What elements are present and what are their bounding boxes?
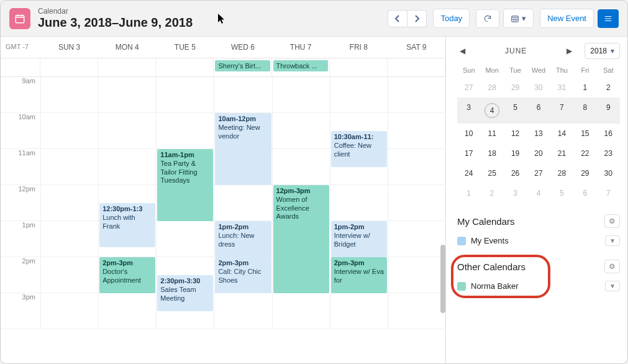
mini-day[interactable]: 7 (550, 98, 573, 124)
view-select-button[interactable]: ▾ (503, 9, 534, 28)
mini-day[interactable]: 12 (504, 124, 527, 143)
allday-event[interactable]: Sherry's Birt... (215, 60, 270, 71)
mini-dow-label: Sun (457, 63, 480, 78)
calendar-event[interactable]: 1pm-2pmInterview w/ Bridget (331, 221, 387, 257)
calendar-event[interactable]: 12pm-3pmWomen of Excellence Awards (273, 185, 329, 293)
mini-day[interactable]: 11 (480, 124, 503, 143)
mini-day[interactable]: 7 (597, 183, 620, 203)
prev-week-button[interactable] (388, 10, 407, 27)
day-header[interactable]: TUE 5 (156, 37, 214, 58)
mini-day[interactable]: 2 (480, 183, 503, 203)
app-label: Calendar (38, 7, 193, 16)
mini-day[interactable]: 16 (597, 124, 620, 143)
day-header[interactable]: THU 7 (272, 37, 330, 58)
panel-toggle-button[interactable] (598, 9, 619, 28)
mini-day[interactable]: 3 (457, 98, 480, 124)
calendar-event[interactable]: 2pm-3pmInterview w/ Eva for (331, 257, 387, 293)
day-header[interactable]: WED 6 (214, 37, 271, 58)
mini-day[interactable]: 20 (527, 143, 550, 163)
mini-day[interactable]: 25 (480, 163, 503, 183)
mini-dow-label: Fri (573, 63, 596, 78)
mini-day[interactable]: 1 (457, 183, 480, 203)
day-column[interactable] (388, 77, 445, 329)
day-column[interactable] (40, 77, 98, 329)
next-week-button[interactable] (407, 10, 427, 27)
calendar-app-icon (9, 8, 30, 29)
calendar-event[interactable]: 2:30pm-3:30Sales Team Meeting (157, 275, 213, 311)
mini-day[interactable]: 4 (527, 183, 550, 203)
color-swatch (457, 237, 466, 245)
hour-label: 2pm (1, 257, 40, 293)
calendar-event[interactable]: 2pm-3pmDoctor's Appointment (99, 257, 155, 293)
mini-day[interactable]: 10 (457, 124, 480, 143)
mini-day[interactable]: 5 (550, 183, 573, 203)
next-month-button[interactable]: ▶ (564, 44, 575, 58)
day-column[interactable]: 12:30pm-1:3Lunch with Frank2pm-3pmDoctor… (98, 77, 156, 329)
day-column[interactable]: 12pm-3pmWomen of Excellence Awards (272, 77, 330, 329)
mini-day[interactable]: 14 (550, 124, 573, 143)
mini-day[interactable]: 13 (527, 124, 550, 143)
day-column[interactable]: 11am-1pmTea Party & Tailor Fitting Tuesd… (156, 77, 214, 329)
hour-label: 10am (1, 113, 40, 149)
mini-day[interactable]: 19 (504, 143, 527, 163)
calendar-item-menu[interactable]: ▼ (605, 235, 620, 246)
mini-day[interactable]: 4 (480, 98, 503, 124)
mini-day[interactable]: 8 (573, 98, 596, 124)
calendar-event[interactable]: 10:30am-11:Coffee: New client (331, 131, 387, 167)
day-header[interactable]: SAT 9 (388, 37, 445, 58)
calendar-event[interactable]: 12:30pm-1:3Lunch with Frank (99, 203, 155, 247)
mini-day[interactable]: 23 (597, 143, 620, 163)
mini-day[interactable]: 29 (504, 78, 527, 98)
mini-day[interactable]: 31 (550, 78, 573, 98)
day-header[interactable]: SUN 3 (40, 37, 98, 58)
mini-day[interactable]: 30 (597, 163, 620, 183)
mini-day[interactable]: 27 (527, 163, 550, 183)
hour-label: 9am (1, 77, 40, 113)
year-select[interactable]: 2018▾ (585, 43, 620, 59)
mini-day[interactable]: 30 (527, 78, 550, 98)
scrollbar-thumb[interactable] (440, 245, 445, 313)
mini-day[interactable]: 27 (457, 78, 480, 98)
mini-day[interactable]: 28 (480, 78, 503, 98)
other-calendars-settings-button[interactable]: ⚙ (604, 260, 620, 273)
mini-day[interactable]: 9 (597, 98, 620, 124)
week-header: GMT -7 SUN 3 MON 4 TUE 5 WED 6 THU 7 FRI… (1, 37, 445, 58)
day-column[interactable]: 10:30am-11:Coffee: New client1pm-2pmInte… (330, 77, 388, 329)
app-header: Calendar June 3, 2018–June 9, 2018 Today… (1, 1, 627, 37)
calendar-event[interactable]: 2pm-3pmCall: City Chic Shoes (215, 257, 271, 293)
today-button[interactable]: Today (433, 9, 470, 28)
calendar-event[interactable]: 11am-1pmTea Party & Tailor Fitting Tuesd… (157, 149, 213, 221)
mini-day[interactable]: 15 (573, 124, 596, 143)
calendar-item[interactable]: Norma Baker ▼ (457, 278, 620, 294)
svg-rect-1 (512, 16, 519, 21)
allday-event[interactable]: Throwback ... (273, 60, 328, 71)
my-calendars-settings-button[interactable]: ⚙ (604, 214, 620, 228)
mini-day[interactable]: 26 (504, 163, 527, 183)
day-column[interactable]: 10am-12pmMeeting: New vendor1pm-2pmLunch… (214, 77, 271, 329)
hour-label: 11am (1, 149, 40, 185)
calendar-event[interactable]: 1pm-2pmLunch: New dress (215, 221, 271, 257)
new-event-button[interactable]: New Event (540, 9, 594, 28)
mini-day[interactable]: 22 (573, 143, 596, 163)
mini-day[interactable]: 2 (597, 78, 620, 98)
day-header[interactable]: MON 4 (98, 37, 156, 58)
mini-day[interactable]: 29 (573, 163, 596, 183)
prev-month-button[interactable]: ◀ (457, 44, 468, 58)
mini-day[interactable]: 5 (504, 98, 527, 124)
mini-day[interactable]: 24 (457, 163, 480, 183)
mini-day[interactable]: 21 (550, 143, 573, 163)
mini-dow-label: Wed (527, 63, 550, 78)
calendar-item-menu[interactable]: ▼ (605, 281, 620, 291)
calendar-event[interactable]: 10am-12pmMeeting: New vendor (215, 113, 271, 185)
refresh-button[interactable] (476, 9, 499, 28)
mini-dow-label: Mon (480, 63, 503, 78)
mini-day[interactable]: 3 (504, 183, 527, 203)
mini-day[interactable]: 18 (480, 143, 503, 163)
mini-day[interactable]: 17 (457, 143, 480, 163)
mini-day[interactable]: 6 (573, 183, 596, 203)
calendar-item[interactable]: My Events ▼ (457, 233, 620, 248)
mini-day[interactable]: 1 (573, 78, 596, 98)
day-header[interactable]: FRI 8 (330, 37, 388, 58)
mini-day[interactable]: 6 (527, 98, 550, 124)
mini-day[interactable]: 28 (550, 163, 573, 183)
